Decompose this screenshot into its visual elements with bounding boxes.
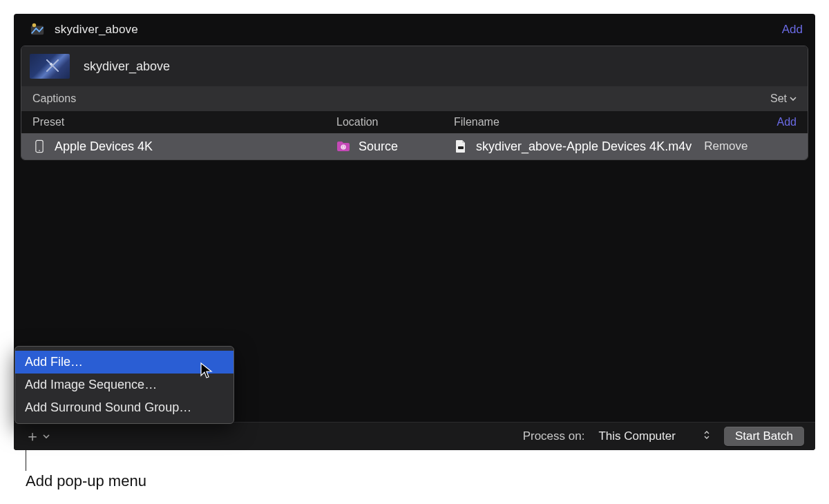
add-job-link[interactable]: Add: [782, 23, 803, 37]
updown-icon: [703, 429, 710, 444]
output-row[interactable]: Apple Devices 4K Source skydiver_above-A…: [21, 133, 808, 159]
preset-name: Apple Devices 4K: [55, 139, 153, 154]
folder-icon: [336, 141, 350, 152]
captions-row: Captions Set: [21, 86, 808, 111]
menu-item-add-file[interactable]: Add File…: [15, 351, 234, 374]
menu-item-add-surround-sound-group[interactable]: Add Surround Sound Group…: [15, 396, 234, 419]
job-header[interactable]: skydiver_above: [21, 46, 808, 86]
callout-label: Add pop-up menu: [26, 472, 146, 490]
captions-set-dropdown[interactable]: Set: [770, 93, 797, 105]
bottom-bar: ＋ Process on: This Computer Start Batch: [14, 422, 815, 450]
process-on-select[interactable]: This Computer: [594, 428, 714, 445]
plus-icon: ＋: [25, 429, 40, 444]
chevron-down-icon: [790, 95, 797, 102]
job-card: skydiver_above Captions Set Preset Locat…: [21, 46, 808, 160]
col-preset: Preset: [32, 116, 336, 128]
svg-point-3: [39, 150, 40, 151]
process-on-value: This Computer: [598, 429, 675, 443]
file-icon: [454, 139, 468, 153]
output-filename: skydiver_above-Apple Devices 4K.m4v: [476, 139, 692, 154]
process-on-label: Process on:: [523, 429, 585, 443]
svg-rect-7: [458, 146, 464, 149]
col-filename: Filename: [454, 116, 777, 128]
start-batch-button[interactable]: Start Batch: [724, 427, 804, 446]
col-location: Location: [336, 116, 454, 128]
remove-output-button[interactable]: Remove: [704, 139, 747, 153]
title-bar: skydiver_above Add: [14, 14, 815, 46]
captions-set-label: Set: [770, 93, 787, 105]
menu-item-add-image-sequence[interactable]: Add Image Sequence…: [15, 374, 234, 396]
svg-point-1: [32, 23, 37, 28]
add-output-link[interactable]: Add: [777, 116, 797, 128]
location-name: Source: [359, 139, 398, 154]
chevron-down-icon: [43, 433, 50, 440]
captions-label: Captions: [32, 93, 76, 105]
batch-title: skydiver_above: [55, 23, 138, 37]
add-popup-menu[interactable]: Add File… Add Image Sequence… Add Surrou…: [15, 346, 234, 424]
svg-rect-6: [342, 146, 345, 147]
job-thumbnail: [30, 54, 70, 79]
job-name: skydiver_above: [84, 59, 170, 74]
callout-line: [26, 450, 26, 471]
column-headers: Preset Location Filename Add: [21, 111, 808, 133]
device-icon: [32, 139, 46, 153]
app-icon: [30, 22, 45, 37]
add-popup-button[interactable]: ＋: [25, 429, 50, 444]
